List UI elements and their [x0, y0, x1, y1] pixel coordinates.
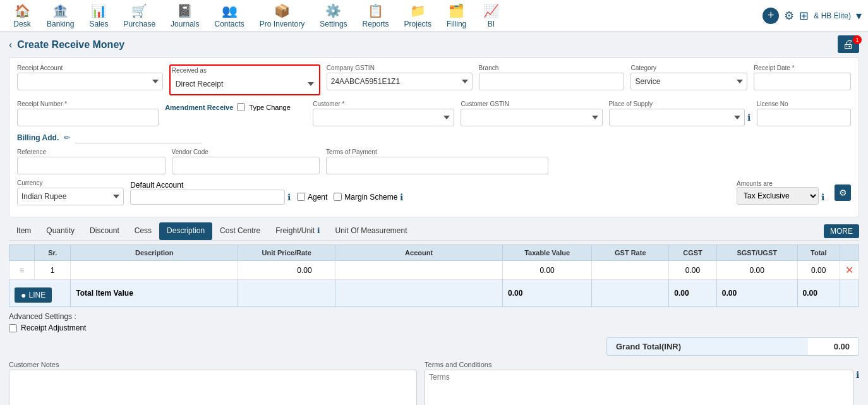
nav-settings[interactable]: ⚙️ Settings: [313, 1, 353, 31]
grid-icon[interactable]: ⊞: [799, 9, 809, 23]
tab-item[interactable]: Item: [9, 222, 39, 240]
grand-total-row: Grand Total(INR) 0.00: [9, 337, 859, 356]
amendment-receive-checkbox[interactable]: [237, 103, 245, 111]
chevron-down-icon[interactable]: ▾: [856, 9, 862, 23]
form-row-2: Receipt Number * Amendment Receive Type …: [17, 100, 851, 126]
billing-edit-icon[interactable]: ✏: [64, 133, 70, 142]
add-line-label: LINE: [28, 291, 45, 299]
margin-scheme-label: Margin Scheme: [344, 193, 397, 202]
vendor-code-label: Vendor Code: [172, 148, 320, 155]
nav-filling[interactable]: 🗂️ Filling: [440, 1, 473, 31]
gst-rate-input[interactable]: [612, 266, 649, 275]
unit-price-cell[interactable]: [238, 261, 335, 280]
tab-unit-of-measurement[interactable]: Unit Of Measurement: [328, 222, 415, 240]
col-drag: [9, 245, 35, 261]
terms-of-payment-group: Terms of Payment: [326, 148, 548, 174]
branch-input[interactable]: Noida Branch: [479, 73, 625, 90]
back-button[interactable]: ‹: [9, 39, 12, 51]
add-line-button[interactable]: ● LINE: [15, 287, 52, 303]
footer-cgst: 0.00: [669, 280, 716, 307]
place-of-supply-select[interactable]: [609, 109, 745, 126]
license-no-input[interactable]: [757, 109, 851, 126]
page-title: Create Receive Money: [17, 39, 124, 51]
nav-purchase[interactable]: 🛒 Purchase: [117, 1, 162, 31]
terms-textarea[interactable]: [425, 370, 853, 405]
customer-select[interactable]: [313, 109, 454, 126]
receipt-account-select[interactable]: [17, 73, 163, 90]
currency-select[interactable]: Indian Rupee: [17, 188, 124, 205]
nav-desk[interactable]: 🏠 Desk: [6, 1, 38, 31]
vendor-code-input[interactable]: [172, 157, 320, 174]
gst-rate-cell[interactable]: [592, 261, 669, 280]
received-as-select[interactable]: Direct Receipt: [172, 75, 318, 93]
receipt-date-label: Receipt Date *: [754, 64, 851, 71]
agent-label: Agent: [308, 193, 327, 202]
receipt-number-input[interactable]: [17, 109, 159, 126]
terms-area-group: ℹ: [425, 370, 859, 405]
footer-gst-rate: [592, 280, 669, 307]
nav-reports[interactable]: 📋 Reports: [356, 1, 395, 31]
tab-cess[interactable]: Cess: [127, 222, 159, 240]
nav-sales-label: Sales: [89, 20, 108, 28]
tab-description[interactable]: Description: [159, 222, 212, 240]
tab-quantity[interactable]: Quantity: [39, 222, 82, 240]
amounts-are-select[interactable]: Tax Exclusive: [737, 187, 819, 205]
nav-banking[interactable]: 🏦 Banking: [40, 1, 80, 31]
drag-handle-icon[interactable]: ≡: [20, 266, 24, 275]
company-gstin-select[interactable]: 24AABCA5951E1Z1: [327, 73, 473, 90]
customer-notes-textarea[interactable]: [9, 370, 417, 405]
form-settings-button[interactable]: ⚙: [835, 184, 851, 201]
nav-contacts[interactable]: 👥 Contacts: [208, 1, 250, 31]
description-cell[interactable]: [71, 261, 238, 280]
settings-gear-icon[interactable]: ⚙: [784, 9, 794, 23]
main-content: ‹ Create Receive Money 🖨 1 Receipt Accou…: [0, 32, 868, 405]
table-header-row: Sr. Description Unit Price/Rate Account …: [9, 245, 859, 261]
default-account-input[interactable]: [130, 190, 285, 205]
table-foot: ● LINE Total Item Value 0.00 0.00 0.00 0…: [9, 280, 859, 307]
reference-input[interactable]: [17, 157, 166, 174]
amounts-are-label: Amounts are: [737, 180, 819, 187]
margin-scheme-group: Margin Scheme ℹ: [334, 192, 403, 202]
user-info[interactable]: & HB Elite): [814, 11, 851, 20]
nav-projects[interactable]: 📁 Projects: [398, 1, 438, 31]
nav-pro-inventory-label: Pro Inventory: [260, 20, 304, 28]
terms-of-payment-input[interactable]: [326, 157, 548, 174]
nav-banking-label: Banking: [47, 20, 74, 28]
bottom-section: Customer Notes Terms and Conditions ℹ: [9, 361, 859, 405]
grand-total-value: 0.00: [808, 338, 859, 355]
billing-add-label[interactable]: Billing Add.: [17, 133, 59, 142]
category-select[interactable]: Service: [630, 73, 747, 90]
agent-checkbox[interactable]: [297, 193, 305, 201]
account-cell[interactable]: [335, 261, 503, 280]
add-button[interactable]: +: [763, 8, 779, 24]
advanced-label: Advanced Settings :: [9, 312, 859, 321]
description-input[interactable]: [76, 266, 232, 275]
receipt-date-input[interactable]: 15/11/2022: [754, 73, 851, 90]
table-section: Sr. Description Unit Price/Rate Account …: [9, 245, 859, 307]
customer-gstin-select[interactable]: [461, 109, 602, 126]
default-account-group: Default Account ℹ: [130, 181, 291, 205]
footer-taxable-value: 0.00: [503, 280, 592, 307]
delete-row-button[interactable]: ✕: [845, 264, 853, 276]
drag-handle-cell: ≡: [9, 261, 35, 280]
account-input[interactable]: [341, 266, 497, 275]
more-button[interactable]: MORE: [824, 224, 859, 238]
nav-sales[interactable]: 📊 Sales: [83, 1, 114, 31]
tab-freight-unit[interactable]: Freight/Unit ℹ: [268, 222, 327, 240]
col-unit-price: Unit Price/Rate: [238, 245, 335, 261]
nav-pro-inventory[interactable]: 📦 Pro Inventory: [253, 1, 311, 31]
nav-items: 🏠 Desk 🏦 Banking 📊 Sales 🛒 Purchase 📓 Jo…: [6, 1, 763, 31]
customer-notes-label: Customer Notes: [9, 361, 417, 368]
license-no-group: License No: [757, 100, 851, 126]
billing-address-input[interactable]: [75, 131, 202, 143]
branch-label: Branch: [479, 64, 625, 71]
top-nav: 🏠 Desk 🏦 Banking 📊 Sales 🛒 Purchase 📓 Jo…: [0, 0, 868, 32]
nav-bi[interactable]: 📈 BI: [475, 1, 507, 31]
tab-cost-centre[interactable]: Cost Centre: [212, 222, 268, 240]
col-description: Description: [71, 245, 238, 261]
tab-discount[interactable]: Discount: [82, 222, 127, 240]
unit-price-input[interactable]: [262, 266, 312, 275]
receipt-adjustment-checkbox[interactable]: [9, 324, 17, 332]
nav-journals[interactable]: 📓 Journals: [164, 1, 205, 31]
margin-scheme-checkbox[interactable]: [334, 193, 342, 201]
